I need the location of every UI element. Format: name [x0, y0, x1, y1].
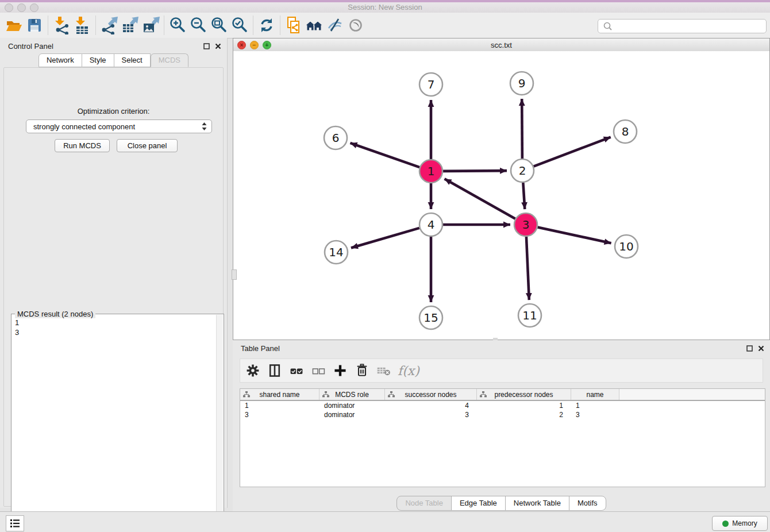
column-header-predecessor-nodes[interactable]: predecessor nodes [477, 389, 571, 400]
delete-column-icon[interactable] [353, 361, 371, 380]
search-input[interactable] [614, 21, 766, 32]
graph-node-6[interactable]: 6 [324, 126, 347, 149]
graph-node-11[interactable]: 11 [518, 304, 541, 327]
import-network-icon[interactable] [51, 15, 72, 36]
table-panel-header: Table Panel [233, 340, 770, 356]
graph-node-1[interactable]: 1 [419, 160, 442, 183]
run-mcds-button[interactable]: Run MCDS [55, 139, 110, 152]
graph-edge-2-8[interactable] [534, 137, 611, 167]
save-session-icon[interactable] [24, 15, 45, 36]
table-cell[interactable]: 1 [571, 401, 619, 410]
function-builder-icon[interactable]: f(x) [396, 361, 422, 380]
graph-node-label: 15 [424, 311, 438, 325]
table-cell[interactable]: 3 [571, 410, 619, 419]
tab-mcds[interactable]: MCDS [151, 53, 188, 67]
graph-edge-3-1[interactable] [445, 179, 515, 218]
graph-node-14[interactable]: 14 [325, 241, 348, 264]
column-header-mcds-role[interactable]: MCDS role [319, 389, 385, 400]
mcds-result-list[interactable]: 13 [11, 317, 217, 531]
show-columns-icon[interactable] [265, 361, 284, 380]
unselect-all-icon[interactable] [309, 361, 328, 380]
zoom-selected-icon[interactable] [229, 15, 250, 36]
table-row[interactable]: 1dominator411 [240, 401, 765, 410]
table-settings-gear-icon[interactable] [244, 361, 262, 380]
tab-edge-table[interactable]: Edge Table [451, 496, 506, 511]
memory-button[interactable]: Memory [712, 516, 768, 531]
graph-node-15[interactable]: 15 [419, 306, 442, 329]
toolbar-separator [48, 16, 48, 35]
import-table-icon[interactable] [72, 15, 93, 36]
column-type-icon [480, 391, 487, 398]
graph-node-8[interactable]: 8 [614, 120, 637, 143]
status-bar: Memory [0, 511, 770, 532]
network-window-titlebar[interactable]: × − + scc.txt [233, 38, 769, 52]
export-network-icon[interactable] [99, 15, 120, 36]
zoom-out-icon[interactable] [188, 15, 209, 36]
graph-edge-3-11[interactable] [526, 237, 529, 300]
criterion-dropdown[interactable]: strongly connected component [26, 119, 212, 133]
graph-edge-1-6[interactable] [350, 143, 419, 167]
select-all-icon[interactable] [287, 361, 306, 380]
table-cell[interactable]: dominator [319, 410, 385, 419]
table-cell[interactable]: 1 [240, 401, 319, 410]
graph-node-3[interactable]: 3 [514, 213, 537, 236]
network-window-title: scc.txt [233, 41, 769, 49]
search-field[interactable] [598, 19, 767, 33]
graph-edge-4-14[interactable] [351, 228, 419, 248]
table-cell[interactable]: 3 [240, 410, 319, 419]
table-cell[interactable]: 3 [385, 410, 477, 419]
tab-node-table[interactable]: Node Table [396, 496, 452, 511]
tab-network[interactable]: Network [38, 53, 82, 67]
node-table-header: shared nameMCDS rolesuccessor nodesprede… [240, 389, 765, 401]
close-panel-button[interactable]: Close panel [117, 139, 178, 152]
column-header-name[interactable]: name [571, 389, 619, 400]
column-header-successor-nodes[interactable]: successor nodes [385, 389, 477, 400]
refresh-icon[interactable] [256, 15, 277, 36]
float-panel-icon[interactable] [203, 43, 210, 49]
add-column-icon[interactable] [331, 361, 349, 380]
graph-node-4[interactable]: 4 [419, 213, 442, 236]
graph-edge-2-9[interactable] [522, 99, 522, 159]
hide-panels-icon[interactable] [325, 15, 345, 36]
new-network-from-selection-icon[interactable] [283, 15, 304, 36]
table-cell[interactable]: dominator [319, 401, 385, 410]
export-table-icon[interactable] [120, 15, 140, 36]
table-cell[interactable]: 1 [477, 401, 571, 410]
graph-node-7[interactable]: 7 [419, 73, 442, 96]
graph-edge-2-3[interactable] [523, 183, 525, 209]
network-canvas[interactable]: 7968124314101511 [233, 51, 769, 340]
export-image-icon[interactable] [140, 15, 161, 36]
tab-select[interactable]: Select [114, 53, 151, 67]
tab-network-table[interactable]: Network Table [505, 496, 569, 511]
delete-table-icon[interactable] [375, 361, 393, 380]
column-header-empty [619, 389, 765, 400]
graph-node-label: 7 [428, 78, 435, 91]
mcds-result-line: 3 [15, 327, 213, 337]
graph-node-label: 10 [619, 240, 633, 253]
show-eye-icon[interactable] [345, 15, 366, 36]
main-toolbar [0, 13, 770, 38]
graph-node-10[interactable]: 10 [615, 235, 638, 258]
table-cell[interactable]: 4 [385, 401, 477, 410]
tab-style[interactable]: Style [82, 53, 114, 67]
graph-edge-1-2[interactable] [443, 171, 507, 171]
graph-edge-3-10[interactable] [538, 227, 611, 243]
column-header-shared-name[interactable]: shared name [240, 389, 319, 400]
graph-node-2[interactable]: 2 [511, 159, 534, 182]
genemania-homes-icon[interactable] [304, 15, 325, 36]
close-table-panel-icon[interactable] [758, 345, 764, 352]
result-scrollbar[interactable] [216, 315, 223, 531]
table-row[interactable]: 3dominator323 [240, 410, 765, 419]
table-cell[interactable]: 2 [477, 410, 571, 419]
toolbar-separator [253, 16, 253, 35]
open-file-icon[interactable] [3, 15, 24, 36]
splitter-handle[interactable] [232, 269, 237, 280]
tab-motifs[interactable]: Motifs [569, 496, 606, 511]
zoom-in-icon[interactable] [167, 15, 188, 36]
node-table: shared nameMCDS rolesuccessor nodesprede… [240, 388, 765, 487]
float-table-panel-icon[interactable] [746, 345, 753, 352]
show-panels-list-button[interactable] [6, 515, 24, 531]
zoom-fit-icon[interactable] [209, 15, 229, 36]
close-panel-icon[interactable] [215, 43, 221, 49]
graph-node-9[interactable]: 9 [510, 72, 533, 95]
